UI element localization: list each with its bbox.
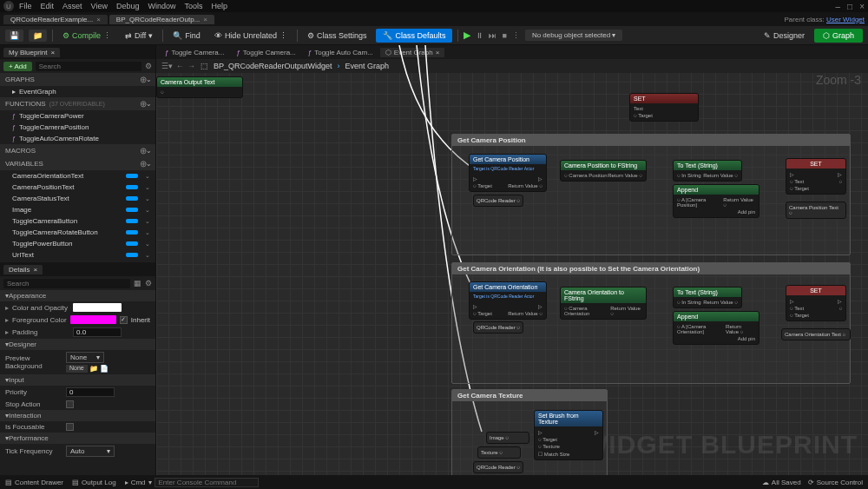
menu-tools[interactable]: Tools: [184, 2, 202, 10]
locate-icon[interactable]: 📄: [100, 365, 108, 373]
node-append-1[interactable]: Append ○ A [Camera Position]Return Value…: [673, 184, 760, 218]
node-get-camera-position[interactable]: Get Camera Position Target is QRCode Rea…: [469, 154, 547, 192]
graph-canvas[interactable]: ƒToggle Camera... ƒToggle Camera... ƒTog…: [156, 45, 868, 475]
node-set-campos[interactable]: SET ▷▷○ Text○○ Target: [786, 158, 846, 195]
functions-section-header[interactable]: FUNCTIONS(37 OVERRIDABLE)⊕⌄: [0, 97, 155, 110]
settings-icon[interactable]: ⚙: [145, 279, 152, 287]
stop-action-checkbox[interactable]: [66, 400, 74, 408]
file-tab-output[interactable]: BP_QRCodeReaderOutp...×: [109, 15, 214, 24]
details-tab[interactable]: Details×: [3, 265, 43, 274]
stop-button[interactable]: ■: [502, 31, 506, 40]
variable-item[interactable]: ToggleCameraButton⌄: [0, 215, 155, 227]
settings-icon[interactable]: ⚙: [145, 62, 152, 70]
close-icon[interactable]: ×: [859, 2, 865, 11]
variable-item[interactable]: UrlText⌄: [0, 249, 155, 261]
grid-icon[interactable]: ▦: [134, 279, 141, 287]
type-pill[interactable]: [126, 174, 138, 178]
node-get-camera-orientation[interactable]: Get Camera Orientation Target is QRCode …: [469, 281, 547, 320]
variable-item[interactable]: ToggleCameraRotateButton⌄: [0, 227, 155, 238]
play-button[interactable]: ▶: [464, 30, 470, 41]
canvas-tab-toggle-camera-2[interactable]: ƒToggle Camera...: [231, 48, 300, 57]
breadcrumb-widget[interactable]: BP_QRCodeReaderOutputWidget: [214, 62, 332, 70]
input-header[interactable]: ▾ Input: [0, 374, 155, 386]
node-campos-to-string[interactable]: Camera Position to FString ○ Camera Posi…: [560, 160, 647, 182]
hide-unrelated-button[interactable]: 👁Hide Unrelated⋮: [210, 30, 292, 42]
step-button[interactable]: ⏭: [489, 31, 496, 40]
add-button[interactable]: + Add: [3, 62, 32, 71]
compile-button[interactable]: ⚙Compile⋮: [58, 30, 115, 42]
node-image-var[interactable]: Image ○: [486, 432, 529, 444]
node-set-brush[interactable]: Set Brush from Texture ▷▷○ Target○ Textu…: [534, 410, 603, 460]
node-qrcode-reader-1[interactable]: QRCode Reader ○: [473, 195, 523, 207]
type-pill[interactable]: [126, 219, 138, 223]
variable-item[interactable]: Image⌄: [0, 204, 155, 215]
canvas-tab-toggle-auto-cam[interactable]: ƒToggle Auto Cam...: [303, 48, 378, 57]
type-pill[interactable]: [126, 185, 138, 189]
color-swatch[interactable]: [73, 303, 122, 312]
breadcrumb-graph[interactable]: Event Graph: [345, 62, 390, 70]
designer-header[interactable]: ▾ Designer: [0, 339, 155, 350]
node-qrcode-reader-3[interactable]: QRCode Reader ○: [473, 461, 523, 473]
performance-header[interactable]: ▾ Performance: [0, 433, 155, 444]
priority-input[interactable]: [66, 387, 115, 397]
close-tab-icon[interactable]: ×: [436, 49, 440, 56]
variable-item[interactable]: CameraOrientationText⌄: [0, 170, 155, 182]
close-tab-icon[interactable]: ×: [203, 16, 207, 23]
all-saved-status[interactable]: ☁All Saved: [762, 479, 801, 486]
chevron-down-icon[interactable]: ⌄: [145, 218, 150, 225]
node-set-camorient[interactable]: SET ▷▷○ Text○○ Target: [786, 285, 846, 321]
nav-back-icon[interactable]: ←: [176, 62, 184, 70]
type-pill[interactable]: [126, 230, 138, 235]
content-drawer-button[interactable]: ▤Content Drawer: [5, 479, 63, 486]
save-button[interactable]: 💾: [5, 30, 23, 42]
class-settings-button[interactable]: ⚙Class Settings: [303, 30, 372, 42]
macros-section-header[interactable]: MACROS⊕⌄: [0, 144, 155, 157]
chevron-down-icon[interactable]: ⌄: [145, 184, 150, 191]
close-tab-icon[interactable]: ×: [50, 49, 55, 56]
node-append-2[interactable]: Append ○ A [Camera Orientation]Return Va…: [673, 311, 760, 345]
chevron-down-icon[interactable]: ⌄: [145, 252, 150, 259]
graph-button[interactable]: ⬡Graph: [814, 29, 863, 43]
menu-asset[interactable]: Asset: [62, 2, 82, 10]
chevron-down-icon[interactable]: ⌄: [145, 195, 150, 202]
node-campos-text-var[interactable]: Camera Position Text ○: [786, 202, 846, 219]
find-button[interactable]: 🔍Find: [168, 30, 205, 42]
variables-section-header[interactable]: VARIABLES⊕⌄: [0, 157, 155, 170]
type-pill[interactable]: [126, 196, 138, 201]
variable-item[interactable]: CameraStatusText⌄: [0, 193, 155, 204]
my-blueprint-tab[interactable]: My Blueprint×: [3, 48, 60, 57]
class-defaults-button[interactable]: 🔧Class Defaults: [376, 29, 452, 43]
node-camorient-text-var[interactable]: Camera Orientation Text ○: [781, 328, 851, 340]
folder-icon[interactable]: 📁: [89, 365, 98, 373]
function-toggle-camera-power[interactable]: ƒToggleCameraPower: [0, 110, 155, 122]
interaction-header[interactable]: ▾ Interaction: [0, 410, 155, 421]
close-tab-icon[interactable]: ×: [33, 266, 37, 274]
type-pill[interactable]: [126, 253, 138, 257]
node-qrcode-reader-2[interactable]: QRCode Reader ○: [473, 321, 523, 334]
preview-bg-combo[interactable]: None▾: [66, 352, 104, 363]
node-camorient-to-string[interactable]: Camera Orientation to FString ○ Camera O…: [560, 287, 647, 320]
canvas-tab-event-graph[interactable]: ⬡Event Graph×: [380, 48, 445, 57]
type-pill[interactable]: [126, 241, 138, 246]
menu-window[interactable]: Window: [148, 2, 175, 10]
appearance-header[interactable]: ▾ Appearance: [0, 290, 155, 301]
variable-item[interactable]: CameraPositionText⌄: [0, 182, 155, 193]
focusable-checkbox[interactable]: [66, 423, 74, 431]
preview-none-pill[interactable]: None: [66, 365, 88, 373]
diff-button[interactable]: ⇄Diff▾: [121, 30, 157, 42]
padding-input[interactable]: [73, 327, 122, 337]
node-set-top[interactable]: SET Text○ Target: [629, 93, 699, 122]
tick-freq-combo[interactable]: Auto▾: [66, 446, 115, 457]
debug-object-combo[interactable]: No debug object selected ▾: [525, 30, 623, 41]
variable-item[interactable]: TogglePowerButton⌄: [0, 238, 155, 249]
node-texture-var[interactable]: Texture ○: [477, 446, 521, 459]
details-search-input[interactable]: [3, 279, 130, 288]
function-toggle-camera-position[interactable]: ƒToggleCameraPosition: [0, 122, 155, 133]
node-to-text-2[interactable]: To Text (String) ○ In StringReturn Value…: [673, 287, 742, 308]
chevron-down-icon[interactable]: ⌄: [145, 241, 150, 248]
source-control-button[interactable]: ⟳Source Control: [808, 479, 863, 486]
foreground-swatch[interactable]: [70, 315, 116, 324]
menu-edit[interactable]: Edit: [41, 2, 55, 10]
menu-debug[interactable]: Debug: [116, 2, 140, 10]
nav-menu-icon[interactable]: ☰▾: [161, 62, 173, 70]
